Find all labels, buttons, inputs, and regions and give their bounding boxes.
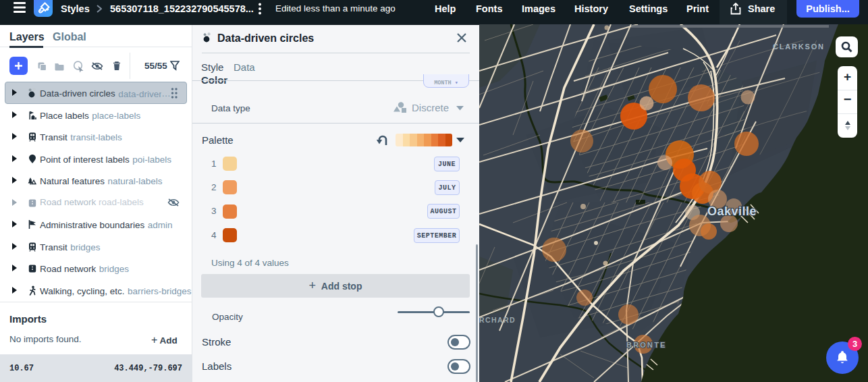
svg-text:CLARKSON: CLARKSON: [773, 43, 825, 51]
svg-text:Oakville: Oakville: [707, 204, 757, 218]
svg-text:RCHARD: RCHARD: [479, 316, 516, 324]
svg-text:BRONTE: BRONTE: [626, 341, 667, 349]
